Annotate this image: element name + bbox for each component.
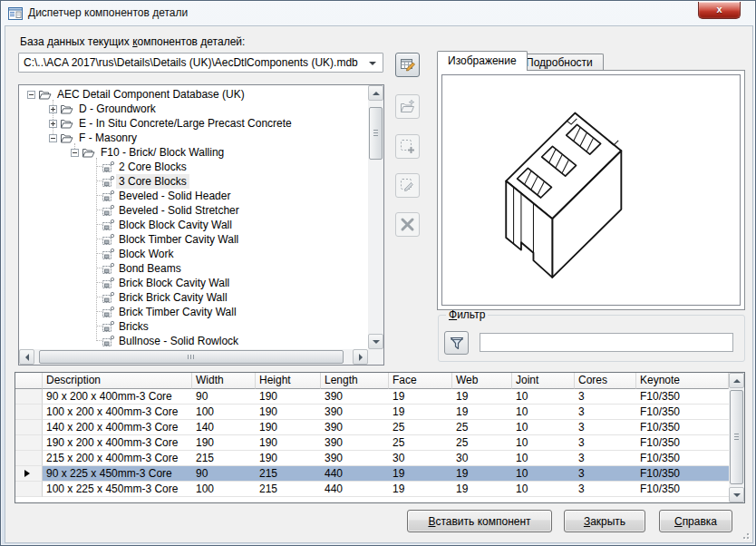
tree-hscrollbar-thumb[interactable] (39, 350, 344, 364)
tree-item-brick-timber-cavity-wall[interactable]: Brick Timber Cavity Wall (20, 305, 367, 319)
table-cell[interactable]: 215 (256, 482, 321, 497)
column-header-height[interactable]: Height (256, 373, 321, 389)
tree-item-label[interactable]: F - Masonry (76, 131, 140, 145)
scroll-down-button[interactable] (729, 487, 744, 502)
table-cell[interactable]: 215 (256, 466, 321, 482)
table-cell[interactable]: 190 (256, 451, 321, 466)
edit-database-button[interactable] (395, 53, 420, 77)
tree-item-label[interactable]: Block Work (116, 247, 176, 261)
column-header-length[interactable]: Length (321, 373, 389, 389)
row-selector-cell[interactable] (15, 389, 43, 405)
row-selector-cell[interactable] (15, 435, 43, 451)
expand-plus-icon[interactable] (49, 105, 57, 113)
tree-item-d-groundwork[interactable]: D - Groundwork (20, 102, 367, 116)
tab-image[interactable]: Изображение (437, 51, 528, 71)
scroll-left-button[interactable] (19, 349, 34, 365)
tree-item-f-masonry[interactable]: F - Masonry (20, 131, 367, 145)
column-header-joint[interactable]: Joint (512, 373, 575, 389)
collapse-minus-icon[interactable] (49, 134, 57, 142)
table-cell[interactable]: 10 (512, 389, 575, 405)
table-cell[interactable]: 19 (389, 389, 452, 405)
table-cell[interactable]: 10 (512, 451, 575, 466)
title-bar[interactable]: Диспетчер компонентов детали x (1, 1, 755, 25)
table-cell[interactable]: 30 (389, 451, 452, 466)
table-row[interactable]: 100 x 225 x 450mm-3 Core1002154401919103… (15, 482, 729, 497)
component-tree[interactable]: AEC Detail Component Database (UK)D - Gr… (18, 84, 384, 366)
column-header-face[interactable]: Face (389, 373, 452, 389)
tree-scrollbar-thumb[interactable] (369, 107, 383, 160)
table-cell[interactable]: 25 (452, 435, 512, 451)
tree-item-block-work[interactable]: Block Work (20, 247, 367, 261)
table-cell[interactable]: 190 (256, 405, 321, 420)
table-cell[interactable]: 10 (512, 482, 575, 497)
table-cell[interactable]: 215 (192, 451, 256, 466)
tree-item-label[interactable]: E - In Situ Concrete/Large Precast Concr… (76, 116, 295, 131)
tree-item-beveled-solid-stretcher[interactable]: Beveled - Solid Stretcher (20, 203, 367, 218)
column-header-keynote[interactable]: Keynote (636, 373, 729, 389)
database-path-combobox[interactable]: C:\..\ACA 2017\rus\Details\Details (UK)\… (18, 53, 383, 73)
table-cell[interactable]: 3 (575, 420, 636, 435)
table-cell[interactable]: 3 (575, 435, 636, 451)
tree-item-f10-brick-block-walling[interactable]: F10 - Brick/ Block Walling (20, 145, 367, 160)
tree-item-label[interactable]: Block Timber Cavity Wall (116, 232, 241, 247)
table-scrollbar-thumb[interactable] (730, 390, 743, 484)
tree-item-label[interactable]: D - Groundwork (76, 102, 159, 116)
tree-item-beveled-solid-header[interactable]: Beveled - Solid Header (20, 189, 367, 203)
table-cell[interactable]: 10 (512, 435, 575, 451)
scroll-up-button[interactable] (368, 85, 383, 101)
row-selector-cell[interactable] (15, 420, 43, 435)
table-cell[interactable]: 25 (389, 435, 452, 451)
table-vertical-scrollbar[interactable] (729, 373, 744, 502)
table-cell[interactable]: 3 (575, 389, 636, 405)
table-cell[interactable]: 19 (389, 466, 452, 482)
tree-item-bond-beams[interactable]: Bond Beams (20, 261, 367, 276)
tree-item-label[interactable]: Beveled - Solid Stretcher (116, 203, 242, 218)
new-folder-button[interactable] (395, 94, 420, 119)
close-button[interactable]: Закрыть (564, 510, 645, 532)
table-cell[interactable]: 190 (256, 420, 321, 435)
scroll-right-button[interactable] (353, 349, 368, 365)
table-cell[interactable]: 140 x 200 x 400mm-3 Core (43, 420, 192, 435)
table-cell[interactable]: 3 (575, 482, 636, 497)
tree-item-aec-detail-component-database-uk[interactable]: AEC Detail Component Database (UK) (20, 87, 367, 102)
expand-plus-icon[interactable] (49, 120, 57, 128)
tree-item-e-in-situ-concrete-large-precast-concrete[interactable]: E - In Situ Concrete/Large Precast Concr… (20, 116, 367, 131)
table-cell[interactable]: 215 x 200 x 400mm-3 Core (43, 451, 192, 466)
table-cell[interactable]: 100 x 200 x 400mm-3 Core (43, 405, 192, 420)
table-cell[interactable]: 19 (389, 482, 452, 497)
filter-input[interactable] (480, 333, 733, 352)
tree-item-label[interactable]: Beveled - Solid Header (116, 189, 233, 203)
table-cell[interactable]: 390 (321, 389, 389, 405)
table-row[interactable]: 190 x 200 x 400mm-3 Core1901903902525103… (15, 435, 729, 451)
table-cell[interactable]: 25 (452, 420, 512, 435)
tree-item-label[interactable]: Brick Brick Cavity Wall (116, 290, 230, 305)
edit-component-button[interactable] (395, 173, 420, 198)
tree-item-label[interactable]: F10 - Brick/ Block Walling (98, 145, 227, 160)
column-header-width[interactable]: Width (192, 373, 256, 389)
table-cell[interactable]: 19 (452, 482, 512, 497)
table-cell[interactable]: 100 x 225 x 450mm-3 Core (43, 482, 192, 497)
table-cell[interactable]: 19 (452, 466, 512, 482)
table-cell[interactable]: 90 x 225 x 450mm-3 Core (43, 466, 192, 482)
close-window-button[interactable]: x (698, 2, 741, 19)
table-cell[interactable]: 10 (512, 420, 575, 435)
tree-item-brick-brick-cavity-wall[interactable]: Brick Brick Cavity Wall (20, 290, 367, 305)
table-cell[interactable]: 440 (321, 466, 389, 482)
tree-item-brick-block-cavity-wall[interactable]: Brick Block Cavity Wall (20, 276, 367, 290)
tree-item-label[interactable]: Bullnose - Solid Rowlock (116, 334, 241, 348)
collapse-minus-icon[interactable] (27, 91, 35, 99)
table-cell[interactable]: 390 (321, 435, 389, 451)
tree-item-label[interactable]: Bond Beams (116, 261, 184, 276)
column-header-description[interactable]: Description (43, 373, 192, 389)
table-cell[interactable]: 90 (192, 389, 256, 405)
table-cell[interactable]: 90 (192, 466, 256, 482)
table-row[interactable]: 215 x 200 x 400mm-3 Core2151903903030103… (15, 451, 729, 466)
row-selector-cell[interactable] (15, 405, 43, 420)
tree-item-label[interactable]: Block Block Cavity Wall (116, 218, 235, 232)
table-cell[interactable]: F10/350 (636, 451, 729, 466)
table-cell[interactable]: F10/350 (636, 405, 729, 420)
table-cell[interactable]: 19 (389, 405, 452, 420)
scroll-down-button[interactable] (368, 334, 383, 349)
table-cell[interactable]: 10 (512, 405, 575, 420)
tree-item-3-core-blocks[interactable]: 3 Core Blocks (20, 174, 367, 189)
